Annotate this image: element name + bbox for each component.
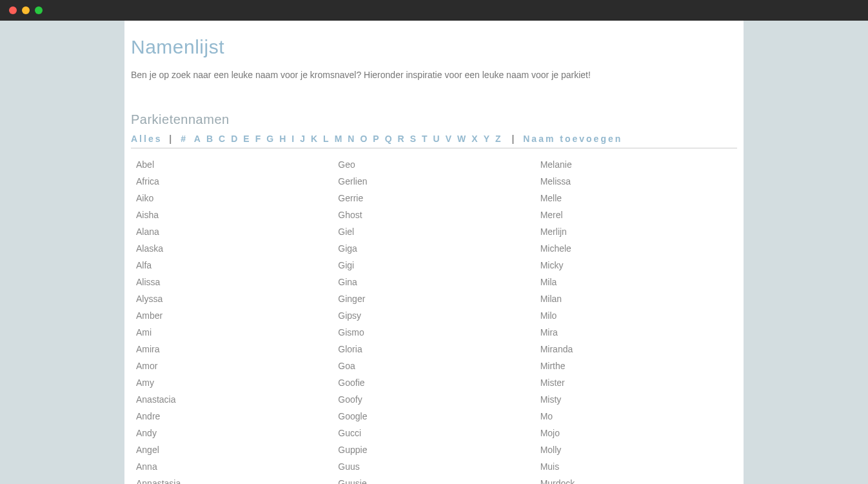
list-item[interactable]: Merlijn bbox=[535, 223, 737, 240]
filter-letter-u[interactable]: U bbox=[433, 134, 442, 144]
list-item[interactable]: Amor bbox=[131, 358, 333, 374]
filter-letter-d[interactable]: D bbox=[231, 134, 239, 144]
list-item[interactable]: Gipsy bbox=[333, 307, 535, 324]
list-item[interactable]: Gucci bbox=[333, 425, 535, 441]
filter-letter-n[interactable]: N bbox=[348, 134, 356, 144]
list-item[interactable]: Ginger bbox=[333, 290, 535, 307]
list-item[interactable]: Alissa bbox=[131, 274, 333, 290]
filter-letter-l[interactable]: L bbox=[323, 134, 331, 144]
filter-letter-m[interactable]: M bbox=[335, 134, 344, 144]
filter-letter-y[interactable]: Y bbox=[484, 134, 491, 144]
list-item[interactable]: Alyssa bbox=[131, 290, 333, 307]
list-item[interactable]: Angel bbox=[131, 441, 333, 458]
list-item[interactable]: Mister bbox=[535, 374, 737, 391]
list-item[interactable]: Milo bbox=[535, 307, 737, 324]
filter-letter-w[interactable]: W bbox=[457, 134, 468, 144]
list-item[interactable]: Ami bbox=[131, 324, 333, 341]
filter-bar: Alles | # ABCDEFGHIJKLMNOPQRSTUVWXYZ | N… bbox=[131, 134, 737, 148]
list-item[interactable]: Merel bbox=[535, 207, 737, 223]
filter-letter-c[interactable]: C bbox=[219, 134, 227, 144]
window-close-icon[interactable] bbox=[9, 6, 17, 14]
filter-letter-z[interactable]: Z bbox=[495, 134, 503, 144]
filter-all-link[interactable]: Alles bbox=[131, 134, 162, 144]
filter-letter-h[interactable]: H bbox=[279, 134, 288, 144]
list-item[interactable]: Alaska bbox=[131, 240, 333, 257]
list-item[interactable]: Mila bbox=[535, 274, 737, 290]
filter-letter-b[interactable]: B bbox=[206, 134, 215, 144]
page-container: Namenlijst Ben je op zoek naar een leuke… bbox=[124, 21, 744, 484]
list-item[interactable]: Amira bbox=[131, 341, 333, 358]
list-item[interactable]: Michele bbox=[535, 240, 737, 257]
list-item[interactable]: Africa bbox=[131, 173, 333, 190]
list-item[interactable]: Milan bbox=[535, 290, 737, 307]
list-item[interactable]: Mira bbox=[535, 324, 737, 341]
list-item[interactable]: Anastacia bbox=[131, 391, 333, 408]
list-item[interactable]: Giga bbox=[333, 240, 535, 257]
list-item[interactable]: Murdock bbox=[535, 475, 737, 484]
list-item[interactable]: Mirthe bbox=[535, 358, 737, 374]
list-item[interactable]: Abel bbox=[131, 156, 333, 173]
list-item[interactable]: Andre bbox=[131, 408, 333, 425]
filter-letter-s[interactable]: S bbox=[410, 134, 418, 144]
filter-letter-t[interactable]: T bbox=[422, 134, 429, 144]
list-item[interactable]: Aisha bbox=[131, 207, 333, 223]
filter-letter-p[interactable]: P bbox=[373, 134, 380, 144]
names-columns: AbelAfricaAikoAishaAlanaAlaskaAlfaAlissa… bbox=[131, 156, 737, 484]
names-column-1: AbelAfricaAikoAishaAlanaAlaskaAlfaAlissa… bbox=[131, 156, 333, 484]
list-item[interactable]: Goofie bbox=[333, 374, 535, 391]
filter-letter-e[interactable]: E bbox=[243, 134, 251, 144]
page-title: Namenlijst bbox=[131, 36, 737, 58]
list-item[interactable]: Miranda bbox=[535, 341, 737, 358]
filter-hash-link[interactable]: # bbox=[181, 134, 188, 144]
filter-letter-f[interactable]: F bbox=[255, 134, 263, 144]
filter-letter-o[interactable]: O bbox=[360, 134, 369, 144]
filter-letter-x[interactable]: X bbox=[471, 134, 479, 144]
list-item[interactable]: Guppie bbox=[333, 441, 535, 458]
filter-letter-q[interactable]: Q bbox=[385, 134, 394, 144]
list-item[interactable]: Guusje bbox=[333, 475, 535, 484]
filter-letter-a[interactable]: A bbox=[194, 134, 202, 144]
list-item[interactable]: Melissa bbox=[535, 173, 737, 190]
list-item[interactable]: Ghost bbox=[333, 207, 535, 223]
filter-letter-v[interactable]: V bbox=[446, 134, 453, 144]
filter-letter-i[interactable]: I bbox=[291, 134, 296, 144]
filter-letter-k[interactable]: K bbox=[311, 134, 319, 144]
filter-letter-r[interactable]: R bbox=[398, 134, 406, 144]
list-item[interactable]: Gina bbox=[333, 274, 535, 290]
list-item[interactable]: Muis bbox=[535, 458, 737, 475]
list-item[interactable]: Goa bbox=[333, 358, 535, 374]
list-item[interactable]: Guus bbox=[333, 458, 535, 475]
list-item[interactable]: Melle bbox=[535, 190, 737, 207]
list-item[interactable]: Molly bbox=[535, 441, 737, 458]
list-item[interactable]: Gerlien bbox=[333, 173, 535, 190]
list-item[interactable]: Misty bbox=[535, 391, 737, 408]
list-item[interactable]: Google bbox=[333, 408, 535, 425]
list-item[interactable]: Annastasia bbox=[131, 475, 333, 484]
list-item[interactable]: Alana bbox=[131, 223, 333, 240]
list-item[interactable]: Gloria bbox=[333, 341, 535, 358]
list-item[interactable]: Goofy bbox=[333, 391, 535, 408]
window-minimize-icon[interactable] bbox=[22, 6, 30, 14]
list-item[interactable]: Melanie bbox=[535, 156, 737, 173]
list-item[interactable]: Mojo bbox=[535, 425, 737, 441]
list-item[interactable]: Mo bbox=[535, 408, 737, 425]
add-name-link[interactable]: Naam toevoegen bbox=[523, 134, 622, 144]
list-item[interactable]: Andy bbox=[131, 425, 333, 441]
list-item[interactable]: Amber bbox=[131, 307, 333, 324]
list-item[interactable]: Gigi bbox=[333, 257, 535, 274]
list-item[interactable]: Giel bbox=[333, 223, 535, 240]
filter-letters: ABCDEFGHIJKLMNOPQRSTUVWXYZ bbox=[192, 134, 505, 144]
list-item[interactable]: Gismo bbox=[333, 324, 535, 341]
list-item[interactable]: Amy bbox=[131, 374, 333, 391]
names-column-3: MelanieMelissaMelleMerelMerlijnMicheleMi… bbox=[535, 156, 737, 484]
separator: | bbox=[511, 134, 516, 144]
list-item[interactable]: Alfa bbox=[131, 257, 333, 274]
list-item[interactable]: Micky bbox=[535, 257, 737, 274]
filter-letter-j[interactable]: J bbox=[300, 134, 307, 144]
list-item[interactable]: Gerrie bbox=[333, 190, 535, 207]
list-item[interactable]: Anna bbox=[131, 458, 333, 475]
list-item[interactable]: Aiko bbox=[131, 190, 333, 207]
list-item[interactable]: Geo bbox=[333, 156, 535, 173]
window-maximize-icon[interactable] bbox=[35, 6, 43, 14]
filter-letter-g[interactable]: G bbox=[266, 134, 275, 144]
